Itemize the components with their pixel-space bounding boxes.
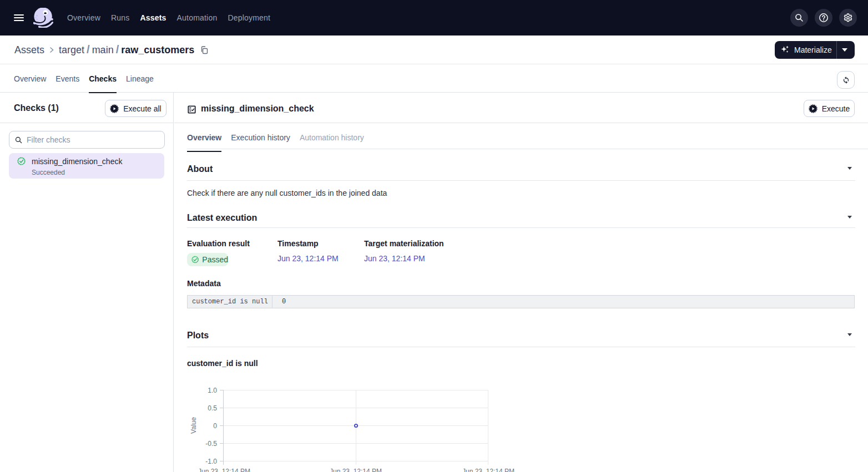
svg-text:Value: Value: [190, 417, 198, 434]
svg-text:Jun 23, 12:14 PM: Jun 23, 12:14 PM: [462, 468, 514, 472]
svg-text:-0.5: -0.5: [205, 440, 217, 448]
svg-text:0: 0: [213, 422, 217, 430]
svg-text:-1.0: -1.0: [205, 458, 217, 465]
svg-text:1.0: 1.0: [208, 387, 217, 394]
svg-text:0.5: 0.5: [208, 404, 217, 412]
svg-text:Jun 23, 12:14 PM: Jun 23, 12:14 PM: [330, 468, 382, 472]
svg-text:Jun 23, 12:14 PM: Jun 23, 12:14 PM: [198, 468, 250, 472]
